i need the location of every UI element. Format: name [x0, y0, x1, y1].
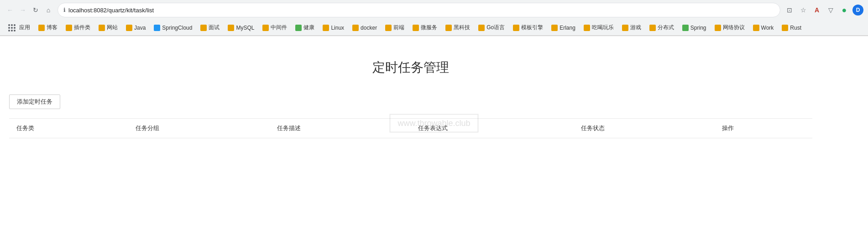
bookmark-apps[interactable]: 应用	[5, 22, 34, 33]
bookmark-health-label: 健康	[303, 24, 314, 31]
col-task-class: 任务类	[9, 119, 128, 138]
bookmark-java[interactable]: Java	[122, 23, 149, 32]
bookmark-work-label: Work	[761, 25, 774, 31]
page-title: 定时任务管理	[9, 59, 812, 76]
bookmark-rust-label: Rust	[790, 25, 801, 31]
col-task-desc: 任务描述	[270, 119, 411, 138]
extension-circle-button[interactable]: ●	[839, 5, 850, 16]
bookmark-spring[interactable]: Spring	[679, 23, 710, 32]
bookmark-blacktech-label: 黑科技	[454, 24, 470, 31]
bookmark-interview-icon	[200, 25, 207, 31]
bookmark-frontend-label: 前端	[393, 24, 404, 31]
apps-grid-icon	[8, 24, 16, 31]
bookmark-erlang-label: Erlang	[559, 25, 575, 31]
bookmark-work-icon	[753, 25, 759, 31]
bookmark-java-icon	[126, 25, 132, 31]
bookmark-mysql[interactable]: MySQL	[224, 23, 258, 32]
bookmark-eating[interactable]: 吃喝玩乐	[580, 22, 617, 33]
bookmark-health-icon	[295, 25, 302, 31]
reload-button[interactable]: ↻	[30, 5, 41, 16]
bookmark-linux-icon	[323, 25, 329, 31]
bookmark-plugins[interactable]: 插件类	[62, 22, 94, 33]
col-task-status: 任务状态	[574, 119, 715, 138]
bookmark-docker-icon	[352, 25, 359, 31]
bookmark-blog[interactable]: 博客	[35, 22, 61, 33]
toolbar-right: ⊡ ☆ A ▽ ● D	[784, 5, 863, 16]
table-header: 任务类 任务分组 任务描述 任务表达式 任务状态 操作	[9, 119, 812, 138]
home-button[interactable]: ⌂	[43, 5, 54, 16]
bookmark-middleware[interactable]: 中间件	[259, 22, 291, 33]
page-content: 定时任务管理 添加定时任务 任务类 任务分组 任务描述 任务表达式 任务状态 操…	[0, 36, 821, 147]
lock-icon: ℹ	[63, 7, 66, 13]
bookmark-distributed-label: 分布式	[658, 24, 674, 31]
bookmark-apps-label: 应用	[19, 24, 30, 31]
back-button[interactable]: ←	[5, 5, 16, 16]
bookmark-website-label: 网站	[107, 24, 118, 31]
bookmark-linux-label: Linux	[331, 25, 344, 31]
browser-toolbar: ← → ↻ ⌂ ℹ localhost:8082/quartz/kit/task…	[0, 0, 868, 20]
bookmark-plugins-icon	[66, 25, 72, 31]
extension-a-button[interactable]: A	[811, 5, 822, 16]
bookmark-frontend[interactable]: 前端	[382, 22, 408, 33]
screenshot-button[interactable]: ⊡	[784, 5, 795, 16]
bookmark-health[interactable]: 健康	[292, 22, 318, 33]
bookmark-mysql-label: MySQL	[236, 25, 254, 31]
bookmark-middleware-icon	[262, 25, 269, 31]
bookmark-mysql-icon	[228, 25, 234, 31]
bookmark-docker[interactable]: docker	[349, 23, 381, 32]
bookmark-distributed[interactable]: 分布式	[646, 22, 678, 33]
bookmark-rust-icon	[782, 25, 788, 31]
bookmark-interview[interactable]: 面试	[197, 22, 223, 33]
address-bar[interactable]: ℹ localhost:8082/quartz/kit/task/list	[58, 3, 780, 17]
bookmark-game[interactable]: 游戏	[618, 22, 645, 33]
col-task-expression: 任务表达式	[411, 119, 574, 138]
bookmark-blacktech[interactable]: 黑科技	[442, 22, 474, 33]
bookmark-microservice-icon	[413, 25, 419, 31]
bookmark-network-icon	[715, 25, 721, 31]
bookmark-erlang[interactable]: Erlang	[548, 23, 579, 32]
nav-buttons: ← → ↻ ⌂	[5, 5, 54, 16]
bookmark-rust[interactable]: Rust	[778, 23, 805, 32]
table-header-row: 任务类 任务分组 任务描述 任务表达式 任务状态 操作	[9, 119, 812, 138]
bookmark-springcloud[interactable]: SpringCloud	[150, 23, 196, 32]
extension-arrow-button[interactable]: ▽	[825, 5, 836, 16]
browser-chrome: ← → ↻ ⌂ ℹ localhost:8082/quartz/kit/task…	[0, 0, 868, 36]
bookmark-template-label: 模板引擎	[521, 24, 543, 31]
bookmark-distributed-icon	[649, 25, 656, 31]
bookmark-game-label: 游戏	[630, 24, 641, 31]
task-table: 任务类 任务分组 任务描述 任务表达式 任务状态 操作	[9, 118, 812, 138]
forward-button[interactable]: →	[17, 5, 28, 16]
col-task-group: 任务分组	[128, 119, 269, 138]
bookmark-network-label: 网络协议	[723, 24, 745, 31]
bookmark-java-label: Java	[134, 25, 146, 31]
bookmark-work[interactable]: Work	[749, 23, 778, 32]
col-task-action: 操作	[715, 119, 812, 138]
bookmark-blog-icon	[38, 25, 45, 31]
bookmark-microservice-label: 微服务	[421, 24, 437, 31]
bookmark-spring-label: Spring	[690, 25, 706, 31]
bookmarks-bar: 应用 博客 插件类 网站 Java SpringCloud 面试 MySQL	[0, 20, 868, 36]
add-task-button[interactable]: 添加定时任务	[9, 94, 60, 109]
bookmark-docker-label: docker	[361, 25, 377, 31]
bookmark-golang[interactable]: Go语言	[475, 22, 508, 33]
bookmark-website[interactable]: 网站	[95, 22, 121, 33]
profile-button[interactable]: D	[852, 5, 863, 16]
bookmark-springcloud-icon	[154, 25, 160, 31]
bookmark-blacktech-icon	[445, 25, 452, 31]
bookmark-linux[interactable]: Linux	[319, 23, 348, 32]
bookmark-blog-label: 博客	[47, 24, 58, 31]
bookmark-interview-label: 面试	[209, 24, 220, 31]
bookmark-golang-label: Go语言	[486, 24, 505, 31]
bookmark-spring-icon	[682, 25, 689, 31]
bookmark-game-icon	[622, 25, 628, 31]
bookmark-template[interactable]: 模板引擎	[509, 22, 547, 33]
bookmark-middleware-label: 中间件	[271, 24, 287, 31]
bookmark-frontend-icon	[385, 25, 392, 31]
bookmark-springcloud-label: SpringCloud	[162, 25, 192, 31]
bookmark-microservice[interactable]: 微服务	[409, 22, 441, 33]
bookmark-eating-label: 吃喝玩乐	[592, 24, 614, 31]
bookmark-website-icon	[99, 25, 105, 31]
url-text: localhost:8082/quartz/kit/task/list	[68, 7, 154, 14]
bookmark-star-button[interactable]: ☆	[798, 5, 809, 16]
bookmark-network[interactable]: 网络协议	[711, 22, 748, 33]
